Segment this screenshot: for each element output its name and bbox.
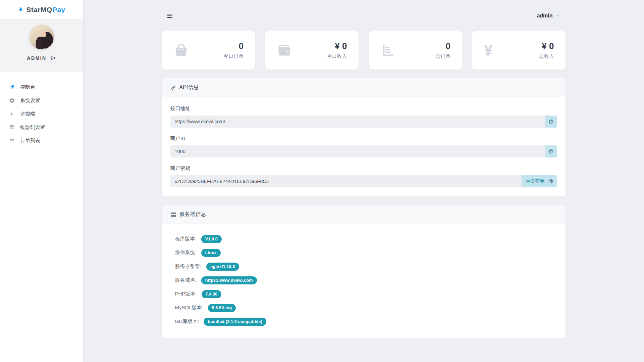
card-title: API信息 [179, 84, 199, 91]
server-row-php: PHP版本: 7.4.30 [175, 287, 557, 301]
main-area: admin 0 今日订单 [83, 0, 644, 362]
key-actions: 重置密钥 [522, 175, 557, 187]
sidebar-item-qrcode-settings[interactable]: 收款码设置 [0, 121, 83, 134]
server-row-mysql: MySQL版本: 5.6.50-log [175, 301, 557, 315]
stat-card-today-orders: 0 今日订单 [162, 31, 255, 70]
version-badge: Linux [201, 249, 221, 257]
api-card-header: API信息 [162, 78, 566, 97]
server-label: 服务域名: [175, 277, 197, 283]
sidebar: StarMQPay ADMIN 控制台 系统设置 监控端 [0, 0, 83, 362]
sidebar-item-label: 控制台 [20, 84, 35, 90]
version-badge: https://www.dkewl.com [201, 276, 257, 284]
brand-logo: StarMQPay [0, 0, 83, 19]
sidebar-item-label: 系统设置 [20, 97, 40, 104]
bolt-icon [9, 111, 15, 117]
flame-icon [17, 6, 24, 13]
server-row-os: 操作系统: Linux [175, 246, 557, 260]
server-label: PHP版本: [175, 291, 197, 297]
wallet-icon [277, 43, 292, 58]
endpoint-input[interactable] [170, 116, 545, 128]
sidebar-item-system-settings[interactable]: 系统设置 [0, 94, 83, 107]
sidebar-nav: 控制台 系统设置 监控端 收款码设置 订单列表 [0, 72, 83, 147]
merchant-id-input[interactable] [170, 145, 545, 157]
profile-name: ADMIN [27, 55, 46, 61]
stat-value: ¥ 0 [539, 41, 554, 51]
api-field-merchant-id: 商户ID [170, 135, 557, 157]
chart-icon [381, 43, 395, 58]
stat-card-total-income: ¥ ¥ 0 总收入 [472, 31, 566, 70]
merchant-key-input[interactable] [170, 175, 522, 187]
server-row-gd: GD库版本: bundled (2.1.0 compatible) [175, 315, 557, 328]
server-label: MySQL版本: [175, 305, 203, 311]
gear-icon [9, 98, 15, 103]
chevron-down-icon [556, 13, 560, 18]
profile-section: ADMIN [0, 19, 83, 72]
copy-button[interactable] [545, 116, 557, 128]
link-icon [170, 85, 176, 91]
stat-label: 总收入 [539, 53, 554, 59]
server-card-header: 服务器信息 [162, 205, 566, 224]
stat-card-total-orders: 0 总订单 [369, 31, 462, 70]
sidebar-item-monitor[interactable]: 监控端 [0, 107, 83, 121]
stat-value: ¥ 0 [327, 41, 347, 51]
api-field-endpoint: 接口地址 [170, 105, 557, 128]
username: admin [537, 13, 552, 19]
stat-cards: 0 今日订单 ¥ 0 今日收入 0 总订单 [162, 31, 566, 70]
bag-icon [174, 43, 189, 58]
server-row-domain: 服务域名: https://www.dkewl.com [175, 273, 557, 287]
sidebar-item-order-list[interactable]: 订单列表 [0, 134, 83, 147]
server-row-engine: 服务器引擎: nginx/1.18.0 [175, 260, 557, 273]
stat-label: 总订单 [435, 53, 450, 59]
field-label: 商户ID [170, 135, 557, 142]
avatar [29, 25, 54, 49]
version-badge: bundled (2.1.0 compatible) [204, 318, 266, 326]
topbar: admin [162, 0, 566, 31]
brand-name: StarMQPay [26, 6, 65, 14]
list-icon [9, 138, 15, 143]
field-label: 商户密钥 [170, 165, 557, 172]
logout-icon[interactable] [50, 55, 56, 61]
stat-label: 今日订单 [223, 53, 244, 59]
stat-card-today-income: ¥ 0 今日收入 [265, 31, 359, 70]
version-badge: V1.0.0 [201, 235, 222, 243]
card-title: 服务器信息 [179, 211, 206, 218]
server-label: GD库版本: [175, 318, 199, 325]
qrcode-icon [9, 125, 15, 130]
sidebar-item-label: 收款码设置 [20, 124, 45, 131]
version-badge: 7.4.30 [202, 290, 222, 298]
stat-label: 今日收入 [327, 53, 347, 59]
sidebar-item-label: 监控端 [20, 111, 35, 117]
server-label: 程序版本: [175, 236, 197, 242]
server-label: 服务器引擎: [175, 263, 202, 270]
reset-key-button[interactable]: 重置密钥 [526, 178, 545, 184]
yen-icon: ¥ [484, 43, 493, 58]
stat-value: 0 [435, 41, 450, 51]
sidebar-item-dashboard[interactable]: 控制台 [0, 80, 83, 94]
stat-value: 0 [223, 41, 244, 51]
api-field-merchant-key: 商户密钥 重置密钥 [170, 165, 557, 187]
copy-button[interactable] [548, 179, 553, 184]
user-dropdown[interactable]: admin [537, 13, 560, 19]
version-badge: nginx/1.18.0 [206, 263, 239, 271]
menu-toggle-icon[interactable] [167, 12, 172, 19]
sidebar-item-label: 订单列表 [20, 138, 40, 144]
server-info-card: 服务器信息 程序版本: V1.0.0 操作系统: Linux 服务器引擎: ng… [162, 205, 566, 338]
server-label: 操作系统: [175, 250, 197, 256]
rocket-icon [9, 84, 15, 90]
api-info-card: API信息 接口地址 商户ID [162, 78, 566, 196]
version-badge: 5.6.50-log [208, 304, 236, 312]
field-label: 接口地址 [170, 105, 557, 112]
server-icon [170, 212, 176, 218]
copy-button[interactable] [545, 145, 557, 157]
server-row-program-version: 程序版本: V1.0.0 [175, 232, 557, 246]
